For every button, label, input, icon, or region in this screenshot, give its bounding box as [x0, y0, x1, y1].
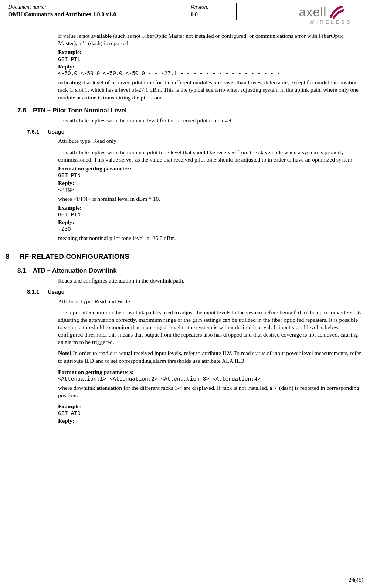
body-text: where downlink attenuation for the diffe… [58, 384, 362, 399]
code-block: GET PTN [58, 172, 362, 179]
code-block: GET ATD [58, 410, 362, 417]
heading-8-1-1: 8.1.1Usage [27, 288, 364, 295]
label-reply: Reply: [58, 219, 362, 226]
label-reply: Reply: [58, 63, 362, 70]
label-reply: Reply: [58, 417, 362, 425]
label-reply: Reply: [58, 179, 362, 187]
logo-subtext: WIRELESS [279, 19, 364, 26]
code-block: -250 [58, 226, 362, 233]
body-text: If value is not available (such as not F… [58, 32, 362, 47]
body-text: Attribute Type: Read and Write [58, 298, 362, 305]
version-label: Version: [190, 3, 234, 11]
code-block: <Attenuation:1> <Attenuation:2> <Attenua… [58, 376, 362, 383]
docname-label: Document name: [8, 3, 186, 11]
code-block: GET PTL [58, 56, 362, 63]
heading-title: Usage [48, 128, 64, 135]
logo-text: axell [299, 4, 327, 20]
body-text: Reads and configures attenuation in the … [58, 277, 362, 284]
code-block: <PTN> [58, 187, 362, 194]
page-total: (45) [354, 577, 363, 583]
code-block: <-50.0 <-50.0 <-50.0 <-50.0 - - -27.1 - … [58, 70, 362, 77]
heading-7-6-1: 7.6.1Usage [27, 128, 364, 135]
heading-8-1: 8.1ATD – Attenuation Downlink [17, 267, 364, 275]
version-value: 1.0 [190, 11, 234, 18]
label-example: Example: [58, 403, 362, 410]
page-header: Document name: OMU Commands and Attribut… [6, 3, 364, 26]
heading-title: RF-RELATED CONFIGURATIONS [20, 253, 129, 260]
docname-value: OMU Commands and Attributes 1.0.0 v1.0 [8, 11, 186, 18]
label-example: Example: [58, 48, 362, 56]
heading-number: 8.1 [17, 267, 33, 275]
heading-number: 8.1.1 [27, 288, 48, 295]
heading-7-6: 7.6PTN – Pilot Tone Nominal Level [17, 107, 364, 115]
body-text: where <PTN> is nominal level in dBm * 10… [58, 195, 362, 203]
heading-number: 7.6.1 [27, 128, 48, 135]
body-text: The input attenuation in the downlink pa… [58, 309, 362, 346]
header-table: Document name: OMU Commands and Attribut… [6, 3, 237, 20]
page-footer: 24(45) [349, 577, 363, 584]
body-text: This attribute replies with the nominal … [58, 117, 362, 124]
brand-logo: axell WIRELESS [279, 3, 364, 26]
heading-title: PTN – Pilot Tone Nominal Level [33, 107, 127, 114]
heading-number: 8 [6, 252, 20, 261]
label-format: Format on getting parameter: [58, 165, 362, 172]
body-text: meaning that nominal pilot tone level is… [58, 234, 362, 242]
body-text: Attribute type: Read only [58, 137, 362, 145]
code-block: GET PTN [58, 212, 362, 219]
heading-number: 7.6 [17, 107, 33, 115]
heading-title: ATD – Attenuation Downlink [33, 267, 117, 274]
body-text: This attribute replies with the nominal … [58, 149, 362, 163]
swirl-icon [329, 4, 345, 19]
note-text: In order to read out actual received inp… [58, 350, 361, 364]
label-example: Example: [58, 204, 362, 212]
heading-8: 8RF-RELATED CONFIGURATIONS [6, 252, 364, 261]
body-text: indicating that level of received pilot … [58, 79, 362, 101]
label-format: Format on getting parameters: [58, 368, 362, 376]
note-paragraph: Note! In order to read out actual receiv… [58, 349, 362, 364]
page-number: 24 [349, 577, 354, 583]
note-label: Note! [58, 350, 71, 356]
heading-title: Usage [48, 288, 64, 295]
